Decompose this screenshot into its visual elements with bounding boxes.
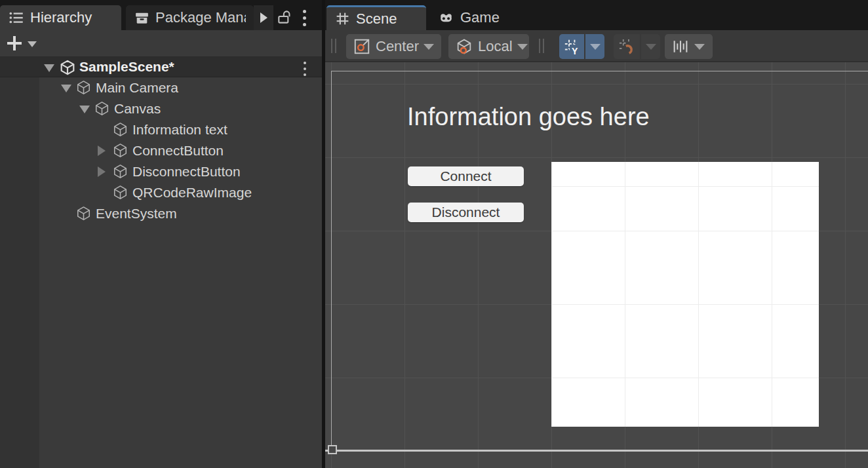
right-tabbar: Scene Game [325,0,868,30]
hierarchy-icon [8,9,25,26]
gameobject-label: Canvas [114,101,161,117]
pivot-dropdown-icon [424,44,434,50]
grid-y-axis-icon: Y [563,38,581,56]
snap-increment-ruler-icon [671,37,690,56]
gameobject-label: Main Camera [96,80,178,96]
tree-row[interactable]: Main Camera [0,77,322,98]
gameobject-cube-icon [112,121,128,138]
gameobject-cube-icon [112,184,128,201]
gameobject-cube-icon [75,205,92,222]
tab-package-manager[interactable]: Package Manager [126,5,254,30]
pivot-mode-label: Center [376,38,419,55]
plus-icon [7,36,22,50]
gameobject-cube-icon [112,142,128,159]
foldout-closed-icon[interactable] [98,166,106,177]
pivot-mode-button[interactable]: Center [346,34,441,59]
tree-row[interactable]: DisconnectButton [0,161,322,182]
connect-button[interactable]: Connect [408,166,524,186]
snap-dropdown-icon [646,44,656,50]
qr-code-raw-image[interactable] [551,162,819,427]
snap-magnet-icon [618,37,636,56]
tab-game[interactable]: Game [429,5,508,30]
grid-visibility-button[interactable]: Y [559,34,584,59]
foldout-open-icon[interactable] [79,106,90,113]
canvas-border-left [331,71,332,450]
gameobject-cube-icon [112,163,128,180]
left-tabbar: Hierarchy Package Manager [0,0,322,30]
foldout-open-icon[interactable] [61,85,71,92]
hierarchy-toolbar [0,30,322,57]
create-object-button[interactable] [5,33,24,53]
local-cube-icon [455,37,473,56]
panel-menu-icon[interactable] [302,10,307,26]
tree-row[interactable]: ConnectButton [0,140,322,161]
grid-dropdown-icon [590,44,601,50]
scene-grid-icon [334,10,351,27]
disconnect-button[interactable]: Disconnect [408,203,524,222]
scene-panel: Scene Game [325,0,868,468]
gameobject-label: Information text [132,122,227,138]
scene-name: SampleScene* [79,59,174,75]
scene-foldout-icon[interactable] [44,64,54,72]
information-text: Information goes here [407,103,650,131]
scene-options-icon[interactable] [302,62,307,76]
scene-viewport[interactable]: Information goes here Connect Disconnect [325,62,868,468]
orientation-mode-label: Local [478,38,513,55]
tab-scene[interactable]: Scene [326,5,426,30]
scene-toolbar: Center Local [325,30,868,62]
tab-hierarchy[interactable]: Hierarchy [0,5,121,30]
pivot-center-icon [353,37,371,56]
snap-increment-button[interactable] [665,34,713,59]
create-dropdown-icon[interactable] [28,41,37,47]
package-icon [134,10,150,26]
tab-scroll-next-button[interactable] [254,5,273,30]
tab-hierarchy-label: Hierarchy [30,9,92,26]
grid-visibility-dropdown[interactable] [585,34,604,59]
scene-header-row[interactable]: SampleScene* [0,57,322,77]
gamepad-icon [437,10,455,26]
tree-row[interactable]: Canvas [0,98,322,119]
gameobject-cube-icon [94,100,110,117]
increment-dropdown-icon [694,44,705,50]
gameobject-label: DisconnectButton [132,164,241,180]
tab-package-manager-label: Package Manager [155,9,246,26]
unity-scene-icon [59,59,76,76]
canvas-corner-handle[interactable] [328,445,337,454]
gameobject-cube-icon [75,79,92,96]
gameobject-label: QRCodeRawImage [132,185,252,201]
toolbar-drag-handle[interactable] [331,39,338,53]
gameobject-label: ConnectButton [132,143,224,159]
next-tab-arrow-icon [260,12,267,23]
unity-editor-window: Hierarchy Package Manager [0,0,868,468]
orientation-mode-button[interactable]: Local [448,34,529,59]
svg-text:Y: Y [571,46,578,56]
tab-game-label: Game [460,9,500,26]
tree-row[interactable]: EventSystem [0,203,322,224]
tree-row[interactable]: Information text [0,119,322,140]
hierarchy-panel: Hierarchy Package Manager [0,0,322,468]
hierarchy-tree: Main Camera Canvas Information text Conn… [0,77,322,468]
gameobject-label: EventSystem [96,206,177,222]
grid-snapping-button[interactable] [614,34,640,59]
tab-scene-label: Scene [356,10,397,28]
foldout-closed-icon[interactable] [98,146,106,156]
tree-row[interactable]: QRCodeRawImage [0,182,322,203]
unlock-icon[interactable] [276,9,294,26]
grid-snapping-dropdown[interactable] [641,34,660,59]
canvas-border-top [331,71,868,71]
canvas-border-bottom [325,450,868,452]
toolbar-drag-handle-2[interactable] [539,39,545,53]
orientation-dropdown-icon [517,44,528,50]
